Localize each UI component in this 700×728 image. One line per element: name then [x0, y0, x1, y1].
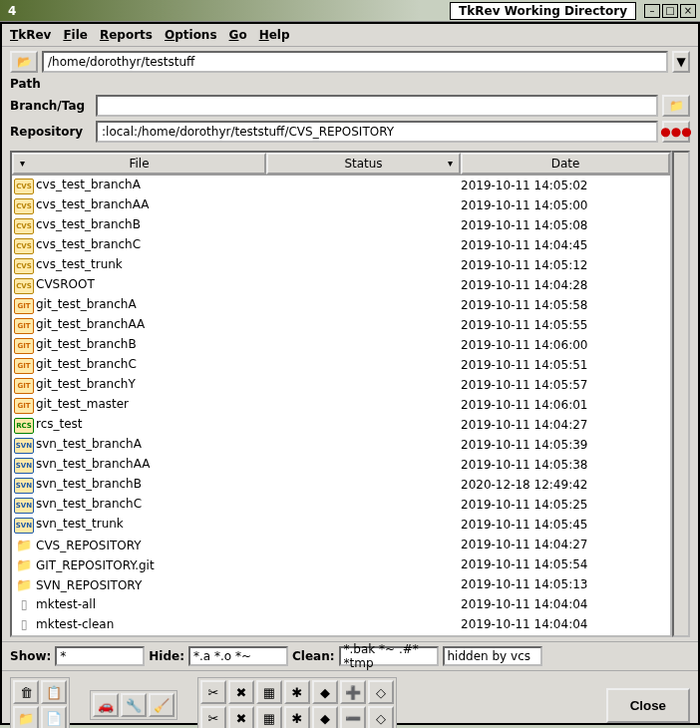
menu-options[interactable]: Options	[165, 28, 217, 42]
file-date: 2019-10-11 14:06:01	[461, 398, 670, 412]
branch-tag-input[interactable]	[96, 95, 658, 117]
tool-group-1: 🗑 📋 📁 📄	[10, 677, 70, 728]
tool-btn-g3r1-6[interactable]: ◇	[368, 680, 394, 704]
table-row[interactable]: SVNsvn_test_branchC2019-10-11 14:05:25	[12, 495, 670, 515]
menu-go[interactable]: Go	[229, 28, 247, 42]
table-row[interactable]: SVNsvn_test_branchA2019-10-11 14:05:39	[12, 435, 670, 455]
window-title: TkRev Working Directory	[450, 2, 636, 20]
file-name: cvs_test_branchB	[36, 217, 141, 231]
close-button[interactable]: Close	[606, 688, 690, 723]
tool-btn-g3r1-0[interactable]: ✂	[200, 680, 226, 704]
show-input[interactable]: *	[55, 646, 145, 666]
tool-btn-g3r1-2[interactable]: ▦	[256, 680, 282, 704]
table-row[interactable]: SVNsvn_test_branchB2020-12-18 12:49:42	[12, 475, 670, 495]
cvs-icon: CVS	[14, 218, 34, 234]
titlebar: 4 TkRev Working Directory – □ ×	[0, 0, 700, 22]
sort-arrow-icon: ▾	[448, 158, 453, 169]
table-row[interactable]: SVNsvn_test_branchAA2019-10-11 14:05:38	[12, 455, 670, 475]
path-input[interactable]: /home/dorothyr/teststuff	[42, 51, 668, 73]
table-row[interactable]: GITgit_test_master2019-10-11 14:06:01	[12, 395, 670, 415]
file-date: 2020-12-18 12:49:42	[461, 478, 670, 492]
tool-btn-g3r2-1[interactable]: ✖	[228, 706, 254, 728]
git-icon: GIT	[14, 298, 34, 314]
table-row[interactable]: CVSCVSROOT2019-10-11 14:04:28	[12, 275, 670, 295]
tool-btn-g3r2-2[interactable]: ▦	[256, 706, 282, 728]
file-name: cvs_test_branchA	[36, 178, 141, 191]
tool-btn-g3r2-3[interactable]: ✱	[284, 706, 310, 728]
folder-up-button[interactable]: 📂	[10, 51, 38, 73]
cvs-icon: CVS	[14, 278, 34, 294]
column-date[interactable]: Date	[461, 153, 670, 175]
hide-input[interactable]: *.a *.o *~	[188, 646, 288, 666]
file-date: 2019-10-11 14:05:55	[461, 318, 670, 332]
menu-reports[interactable]: Reports	[100, 28, 153, 42]
cvs-icon: CVS	[14, 198, 34, 214]
table-row[interactable]: ▯mktest-clean2019-10-11 14:04:04	[12, 614, 670, 634]
tool-btn-g3r1-4[interactable]: ◆	[312, 680, 338, 704]
svn-icon: SVN	[14, 478, 34, 494]
tool-btn-c[interactable]: 🧹	[149, 693, 175, 717]
table-row[interactable]: GITgit_test_branchA2019-10-11 14:05:58	[12, 295, 670, 315]
tool-btn-a[interactable]: 🚗	[93, 693, 119, 717]
file-date: 2019-10-11 14:05:38	[461, 458, 670, 472]
tool-btn-g3r1-5[interactable]: ➕	[340, 680, 366, 704]
table-row[interactable]: GITgit_test_branchAA2019-10-11 14:05:55	[12, 315, 670, 335]
close-window-button[interactable]: ×	[680, 4, 696, 18]
table-row[interactable]: CVScvs_test_branchB2019-10-11 14:05:08	[12, 215, 670, 235]
folder-button[interactable]: 📁	[13, 706, 39, 728]
file-button[interactable]: 📄	[41, 706, 67, 728]
path-dropdown-arrow[interactable]: ▼	[672, 51, 690, 73]
file-name: git_test_branchB	[36, 337, 137, 351]
table-row[interactable]: CVScvs_test_trunk2019-10-11 14:05:12	[12, 255, 670, 275]
cvs-icon: CVS	[14, 179, 34, 194]
file-name: svn_test_branchAA	[36, 457, 150, 471]
git-icon: GIT	[14, 318, 34, 334]
menu-help[interactable]: Help	[259, 28, 290, 42]
file-date: 2019-10-11 14:05:00	[461, 198, 670, 212]
file-date: 2019-10-11 14:04:45	[461, 238, 670, 252]
cvs-icon: CVS	[14, 258, 34, 274]
tool-btn-g3r2-0[interactable]: ✂	[200, 706, 226, 728]
tool-btn-g3r2-4[interactable]: ◆	[312, 706, 338, 728]
file-date: 2019-10-11 14:05:12	[461, 258, 670, 272]
table-row[interactable]: GITgit_test_branchY2019-10-11 14:05:57	[12, 375, 670, 395]
table-row[interactable]: SVNsvn_test_trunk2019-10-11 14:05:45	[12, 515, 670, 535]
filter-row: Show: * Hide: *.a *.o *~ Clean: *.bak *~…	[2, 641, 698, 670]
column-file[interactable]: ▾File	[12, 153, 266, 175]
tool-btn-g3r1-3[interactable]: ✱	[284, 680, 310, 704]
trash-button[interactable]: 🗑	[13, 680, 39, 704]
tool-group-3: ✂✖▦✱◆➕◇ ✂✖▦✱◆➖◇	[197, 677, 397, 728]
table-row[interactable]: RCSrcs_test2019-10-11 14:04:27	[12, 415, 670, 435]
table-row[interactable]: GITgit_test_branchB2019-10-11 14:06:00	[12, 335, 670, 355]
file-date: 2019-10-11 14:04:27	[461, 418, 670, 432]
minimize-button[interactable]: –	[644, 4, 660, 18]
table-row[interactable]: CVScvs_test_branchAA2019-10-11 14:05:00	[12, 195, 670, 215]
menu-tkrev[interactable]: TkRev	[10, 28, 51, 42]
column-status[interactable]: Status▾	[266, 153, 461, 175]
table-row[interactable]: CVScvs_test_branchC2019-10-11 14:04:45	[12, 235, 670, 255]
table-row[interactable]: 📁GIT_REPOSITORY.git2019-10-11 14:05:54	[12, 554, 670, 574]
file-date: 2019-10-11 14:05:08	[461, 218, 670, 232]
file-name: git_test_branchA	[36, 297, 137, 311]
table-row[interactable]: 📁SVN_REPOSITORY2019-10-11 14:05:13	[12, 574, 670, 594]
table-row[interactable]: 📁CVS_REPOSITORY2019-10-11 14:04:27	[12, 535, 670, 554]
file-name: SVN_REPOSITORY	[36, 578, 142, 592]
branch-browse-button[interactable]: 📁	[662, 95, 690, 117]
table-row[interactable]: ▯mktest-all2019-10-11 14:04:04	[12, 594, 670, 614]
clean-input[interactable]: *.bak *~ .#* *tmp	[339, 646, 439, 666]
tool-btn-g3r2-6[interactable]: ◇	[368, 706, 394, 728]
clipboard-button[interactable]: 📋	[41, 680, 67, 704]
menu-file[interactable]: File	[63, 28, 88, 42]
hidden-by-vcs-input[interactable]: hidden by vcs	[443, 646, 542, 666]
repo-browse-button[interactable]: ●●●	[662, 121, 690, 143]
table-row[interactable]: CVScvs_test_branchA2019-10-11 14:05:02	[12, 176, 670, 195]
repository-input[interactable]: :local:/home/dorothyr/teststuff/CVS_REPO…	[96, 121, 658, 143]
vertical-scrollbar[interactable]	[672, 151, 690, 637]
tool-btn-g3r2-5[interactable]: ➖	[340, 706, 366, 728]
tool-btn-b[interactable]: 🔧	[121, 693, 147, 717]
svn-icon: SVN	[14, 518, 34, 534]
tool-btn-g3r1-1[interactable]: ✖	[228, 680, 254, 704]
maximize-button[interactable]: □	[662, 4, 678, 18]
table-row[interactable]: GITgit_test_branchC2019-10-11 14:05:51	[12, 355, 670, 375]
file-date: 2019-10-11 14:05:13	[461, 577, 670, 591]
